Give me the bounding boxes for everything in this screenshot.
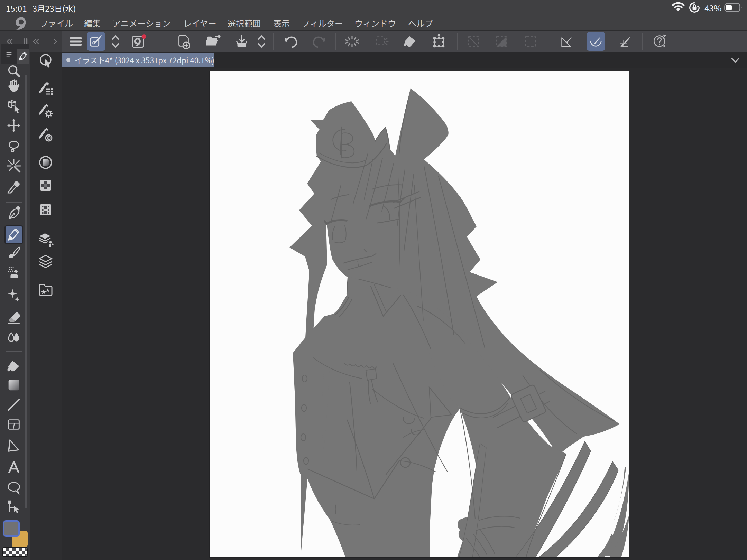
selection-border-icon[interactable] <box>521 32 540 51</box>
deselect-icon[interactable] <box>372 32 390 51</box>
frame-icon[interactable] <box>4 415 23 434</box>
menu-window[interactable]: ウィンドウ <box>354 18 396 28</box>
brush-icon[interactable] <box>4 243 23 262</box>
brush-size-icon[interactable] <box>36 125 55 144</box>
tool-property-header <box>1 44 29 64</box>
document-title: イラスト4* (3024 x 3531px 72dpi 40.1%) <box>75 54 214 65</box>
material-icon[interactable] <box>36 280 55 299</box>
tool-separator <box>6 202 22 203</box>
menu-edit[interactable]: 編集 <box>84 18 101 28</box>
expand-right-icon[interactable] <box>48 32 62 51</box>
main-toolbar <box>0 30 747 52</box>
snap-ruler-icon[interactable] <box>557 32 576 51</box>
wifi-icon <box>671 2 685 13</box>
balloon-icon[interactable] <box>4 478 23 497</box>
palette-dock <box>30 52 62 560</box>
menu-layer[interactable]: レイヤー <box>183 18 216 28</box>
toolbar-separator <box>273 33 274 50</box>
menu-animation[interactable]: アニメーション <box>112 18 170 28</box>
menu-bar: ファイル編集アニメーションレイヤー選択範囲表示フィルターウィンドウヘルプ <box>0 15 747 30</box>
clip-studio-logo-icon <box>14 16 29 30</box>
menu-filter[interactable]: フィルター <box>302 18 343 28</box>
toolbar-separator <box>457 33 458 50</box>
active-tool-tab[interactable] <box>17 49 29 64</box>
document-tab-bar: イラスト4* (3024 x 3531px 72dpi 40.1%) <box>62 52 747 68</box>
color-set-icon[interactable] <box>36 176 55 195</box>
tool-separator <box>6 351 22 352</box>
tool-property-icon[interactable] <box>36 101 55 120</box>
help-icon[interactable] <box>650 32 669 51</box>
toolbar-separator <box>550 33 550 50</box>
pencil-icon[interactable] <box>4 225 23 244</box>
redo-icon[interactable] <box>310 32 328 51</box>
status-time: 15:01 <box>6 2 27 14</box>
layer-property-icon[interactable] <box>36 230 55 249</box>
timeline-icon[interactable] <box>36 200 55 220</box>
battery-percent: 43% <box>704 2 721 14</box>
ruler-icon[interactable] <box>4 436 23 455</box>
eyedropper-icon[interactable] <box>4 177 23 196</box>
menu-view[interactable]: 表示 <box>273 18 290 28</box>
toolbar-separator <box>155 33 155 50</box>
blend-icon[interactable] <box>4 328 23 347</box>
status-date: 3月23日(水) <box>33 2 76 14</box>
subtool-icon[interactable] <box>36 79 55 98</box>
stylus-edit-icon[interactable] <box>87 32 105 51</box>
gradient-icon[interactable] <box>4 376 23 394</box>
wand-icon[interactable] <box>4 157 23 175</box>
transform-icon[interactable] <box>430 32 449 51</box>
menu-selection[interactable]: 選択範囲 <box>228 18 261 28</box>
top-chrome: 15:01 3月23日(水) 43% ファイル編集アニメーションレイヤー選択範囲… <box>0 0 747 30</box>
battery-icon <box>724 3 742 12</box>
eraser-icon[interactable] <box>4 307 23 326</box>
pencil-icon <box>17 50 29 62</box>
fill-tool-icon[interactable] <box>4 357 23 375</box>
transparent-color-swatch[interactable] <box>2 547 28 557</box>
rotation-lock-icon <box>689 2 700 13</box>
pen-icon[interactable] <box>4 205 23 223</box>
hamburger-menu-icon[interactable] <box>66 32 85 51</box>
chevron-down-icon[interactable] <box>730 55 741 66</box>
panel-menu-icon[interactable] <box>5 50 13 58</box>
artwork <box>210 71 629 557</box>
figure-icon[interactable] <box>4 395 23 414</box>
clip-studio-icon[interactable] <box>129 32 148 51</box>
toolbar-separator <box>642 33 643 50</box>
line-correct-icon[interactable] <box>4 497 23 516</box>
document-modified-dot <box>66 58 70 62</box>
main-color-swatch[interactable] <box>3 520 20 537</box>
snap-special-ruler-icon[interactable] <box>587 32 605 51</box>
mask-half-icon[interactable] <box>492 32 511 51</box>
move-layer-icon[interactable] <box>4 116 23 135</box>
decoration-icon[interactable] <box>4 286 23 304</box>
canvas[interactable] <box>210 71 629 557</box>
spinner-icon[interactable] <box>343 32 361 51</box>
hand-icon[interactable] <box>4 76 23 94</box>
undo-icon[interactable] <box>282 32 301 51</box>
new-document-icon[interactable] <box>174 32 193 51</box>
clip-studio-paint-app: 15:01 3月23日(水) 43% ファイル編集アニメーションレイヤー選択範囲… <box>0 0 747 560</box>
object-icon[interactable] <box>4 97 23 116</box>
tool-palette-scrollbar[interactable] <box>25 75 27 508</box>
toolbar-separator <box>335 33 336 50</box>
open-file-icon[interactable] <box>204 32 223 51</box>
save-icon[interactable] <box>232 32 251 51</box>
lasso-icon[interactable] <box>4 137 23 156</box>
layer-icon[interactable] <box>36 252 55 271</box>
airbrush-icon[interactable] <box>4 263 23 282</box>
fill-bucket-icon[interactable] <box>401 32 419 51</box>
updown-chevrons-icon[interactable] <box>252 32 271 51</box>
document-tab[interactable]: イラスト4* (3024 x 3531px 72dpi 40.1%) <box>62 53 214 67</box>
status-bar: 15:01 3月23日(水) 43% <box>0 0 747 15</box>
menu-help[interactable]: ヘルプ <box>408 18 433 28</box>
quick-access-icon[interactable] <box>36 51 55 70</box>
menu-file[interactable]: ファイル <box>40 18 73 28</box>
collapse-left2-icon[interactable] <box>29 32 43 51</box>
snap-grid-icon[interactable] <box>617 32 635 51</box>
color-wheel-icon[interactable] <box>36 153 55 172</box>
updown-chevrons-icon[interactable] <box>106 32 125 51</box>
mask-line-icon[interactable] <box>464 32 483 51</box>
text-icon[interactable] <box>4 458 23 476</box>
